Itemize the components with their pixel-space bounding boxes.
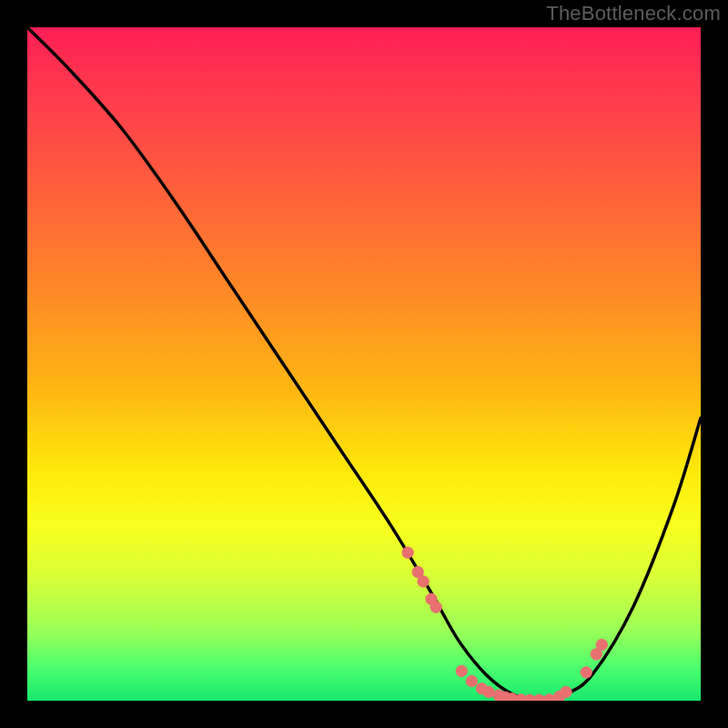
data-point [466,675,477,686]
data-point [483,686,494,697]
watermark-text: TheBottleneck.com [546,2,721,25]
data-point [430,602,441,612]
data-point [402,547,413,558]
data-point [581,667,592,678]
chart-container: TheBottleneck.com [0,0,728,728]
data-point [418,576,429,587]
data-point [596,639,607,650]
plot-area [27,27,701,701]
chart-svg [27,27,701,701]
data-point [456,665,467,676]
data-point [533,694,544,701]
data-points-group [402,547,608,701]
data-point [561,686,571,697]
bottleneck-curve [27,27,701,701]
data-point [543,694,554,701]
